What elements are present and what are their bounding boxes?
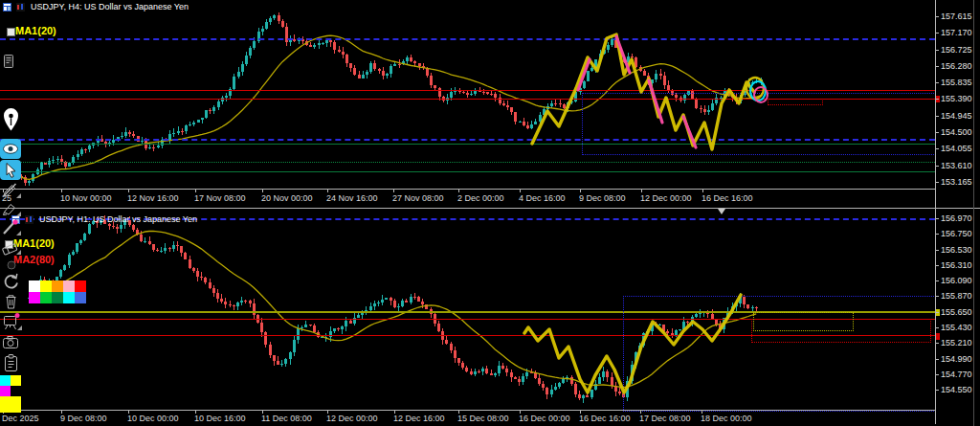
pen-disabled-icon[interactable] bbox=[1, 182, 22, 199]
size-dot-icon[interactable] bbox=[7, 260, 28, 270]
palette-color-cell[interactable] bbox=[29, 280, 40, 292]
color-grid[interactable] bbox=[0, 375, 21, 396]
h1-title-row: USDJPY, H1: US Dollar vs Japanese Yen bbox=[11, 214, 197, 224]
eye-icon[interactable] bbox=[0, 139, 21, 159]
pen-color-palette[interactable] bbox=[29, 280, 86, 303]
clipboard-icon[interactable] bbox=[3, 353, 24, 372]
undo-icon[interactable] bbox=[2, 272, 23, 290]
palette-color-cell[interactable] bbox=[29, 292, 40, 303]
cursor-icon[interactable] bbox=[0, 160, 21, 180]
pencil-icon[interactable] bbox=[1, 218, 22, 236]
h4-chart-title: USDJPY, H4: US Dollar vs Japanese Yen bbox=[31, 2, 189, 11]
highlighter-icon[interactable] bbox=[1, 200, 22, 217]
palette-color-cell[interactable] bbox=[63, 280, 75, 292]
palette-color-cell[interactable] bbox=[63, 292, 75, 303]
palette-color-cell[interactable] bbox=[75, 292, 86, 303]
candle-chart-icon bbox=[25, 215, 33, 224]
color-cell[interactable] bbox=[11, 386, 21, 396]
notes-icon[interactable] bbox=[2, 54, 23, 70]
eraser-icon[interactable] bbox=[1, 237, 22, 256]
camera-icon[interactable] bbox=[2, 334, 23, 350]
palette-color-cell[interactable] bbox=[40, 280, 52, 292]
palette-color-cell[interactable] bbox=[52, 280, 63, 292]
chart-canvas[interactable] bbox=[0, 0, 980, 426]
color-cell[interactable] bbox=[11, 375, 21, 386]
annotation-toolbar bbox=[0, 0, 21, 426]
palette-color-cell[interactable] bbox=[75, 280, 86, 292]
whiteboard-icon[interactable] bbox=[2, 312, 23, 331]
trading-app-screen: 157.615157.170156.725156.280155.835155.3… bbox=[0, 0, 980, 426]
pen-nib-icon[interactable] bbox=[2, 107, 23, 133]
current-color-swatch[interactable] bbox=[0, 396, 21, 413]
palette-color-cell[interactable] bbox=[52, 292, 63, 303]
h4-ma1-label: MA1(20) bbox=[15, 25, 56, 36]
h4-title-row: USDJPY, H4: US Dollar vs Japanese Yen bbox=[3, 2, 189, 11]
color-cell[interactable] bbox=[0, 375, 11, 386]
trash-icon[interactable] bbox=[3, 292, 24, 310]
color-cell[interactable] bbox=[0, 386, 11, 396]
palette-color-cell[interactable] bbox=[40, 292, 52, 303]
h1-chart-title: USDJPY, H1: US Dollar vs Japanese Yen bbox=[39, 214, 197, 224]
